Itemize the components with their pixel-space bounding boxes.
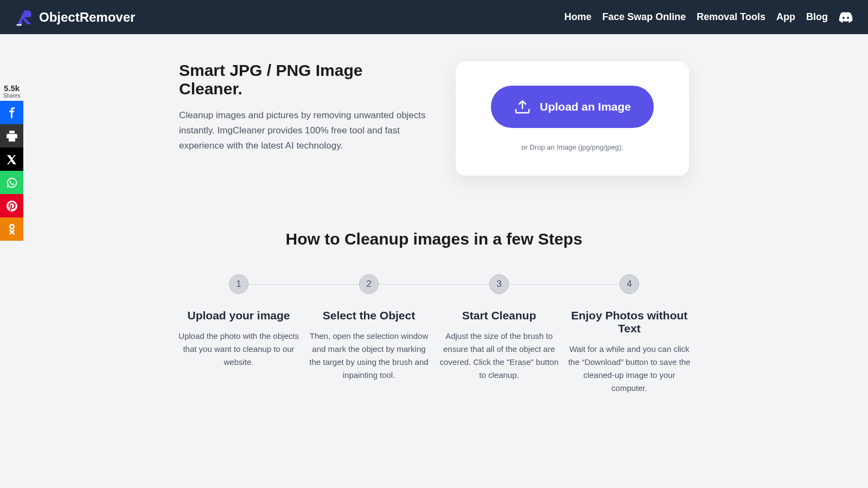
- step-heading: Upload your image: [174, 309, 304, 322]
- logo-text: ObjectRemover: [39, 10, 135, 25]
- upload-hint: or Drop an Image (jpg/png/jpeg);: [521, 143, 623, 151]
- step-description: Adjust the size of the brush to ensure t…: [434, 330, 564, 382]
- hero-text: Smart JPG / PNG Image Cleaner. Cleanup i…: [179, 61, 429, 176]
- share-odnoklassniki-button[interactable]: [0, 217, 23, 241]
- step-4: 4 Enjoy Photos without Text Wait for a w…: [564, 274, 694, 395]
- share-count: 5.5k Shares: [0, 81, 23, 101]
- twitter-x-icon: [7, 155, 17, 164]
- upload-button-label: Upload an Image: [540, 100, 631, 113]
- step-number: 4: [620, 274, 639, 294]
- odnoklassniki-icon: [7, 224, 17, 235]
- upload-icon: [514, 99, 531, 115]
- step-1: 1 Upload your image Upload the photo wit…: [174, 274, 304, 395]
- nav-removal-tools[interactable]: Removal Tools: [697, 11, 765, 23]
- step-number: 2: [359, 274, 379, 294]
- nav-blog[interactable]: Blog: [806, 11, 828, 23]
- nav-face-swap[interactable]: Face Swap Online: [602, 11, 686, 23]
- step-description: Wait for a while and you can click the “…: [564, 343, 694, 395]
- step-heading: Enjoy Photos without Text: [564, 309, 694, 335]
- share-facebook-button[interactable]: [0, 101, 23, 124]
- print-icon: [7, 131, 17, 142]
- steps-title: How to Cleanup images in a few Steps: [106, 230, 762, 248]
- facebook-icon: [7, 107, 17, 118]
- nav-app[interactable]: App: [776, 11, 795, 23]
- share-count-label: Shares: [0, 93, 23, 99]
- step-connector: [239, 284, 369, 285]
- hero-description: Cleanup images and pictures by removing …: [179, 108, 429, 153]
- logo[interactable]: ObjectRemover: [15, 8, 135, 27]
- steps-section: How to Cleanup images in a few Steps 1 U…: [95, 230, 773, 438]
- hero-section: Smart JPG / PNG Image Cleaner. Cleanup i…: [108, 34, 760, 230]
- step-number: 1: [229, 274, 248, 294]
- main-nav: Home Face Swap Online Removal Tools App …: [564, 11, 853, 23]
- share-count-number: 5.5k: [0, 84, 23, 93]
- step-3: 3 Start Cleanup Adjust the size of the b…: [434, 274, 564, 395]
- step-heading: Select the Object: [304, 309, 434, 322]
- logo-icon: [15, 8, 34, 27]
- step-heading: Start Cleanup: [434, 309, 564, 322]
- share-pinterest-button[interactable]: [0, 194, 23, 217]
- share-print-button[interactable]: [0, 124, 23, 147]
- upload-card[interactable]: Upload an Image or Drop an Image (jpg/pn…: [456, 61, 689, 176]
- upload-button[interactable]: Upload an Image: [491, 86, 654, 128]
- step-connector: [369, 284, 499, 285]
- step-description: Then, open the selection window and mark…: [304, 330, 434, 382]
- step-connector: [499, 284, 629, 285]
- step-2: 2 Select the Object Then, open the selec…: [304, 274, 434, 395]
- share-whatsapp-button[interactable]: [0, 171, 23, 194]
- step-description: Upload the photo with the objects that y…: [174, 330, 304, 369]
- nav-home[interactable]: Home: [564, 11, 591, 23]
- steps-grid: 1 Upload your image Upload the photo wit…: [106, 274, 762, 395]
- header: ObjectRemover Home Face Swap Online Remo…: [0, 0, 868, 34]
- hero-title: Smart JPG / PNG Image Cleaner.: [179, 61, 429, 98]
- share-sidebar: 5.5k Shares: [0, 81, 23, 241]
- step-number: 3: [489, 274, 509, 294]
- pinterest-icon: [7, 201, 17, 211]
- share-twitter-button[interactable]: [0, 147, 23, 171]
- whatsapp-icon: [6, 177, 18, 189]
- discord-icon[interactable]: [839, 12, 853, 23]
